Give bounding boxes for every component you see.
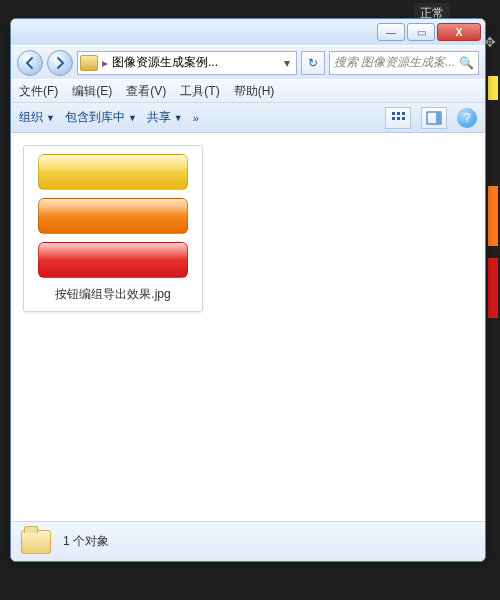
status-count: 1 个对象 [63, 533, 109, 550]
navigation-row: ▸ 图像资源生成案例... ▾ ↻ 搜索 图像资源生成案... 🔍 [11, 45, 485, 79]
explorer-window: — ▭ X ▸ 图像资源生成案例... ▾ ↻ 搜索 图像资源生成案... 🔍 … [10, 18, 486, 562]
share-label: 共享 [147, 109, 171, 126]
svg-rect-1 [436, 112, 441, 124]
close-icon: X [456, 27, 463, 38]
menu-help[interactable]: 帮助(H) [234, 83, 275, 100]
search-input[interactable]: 搜索 图像资源生成案... 🔍 [329, 51, 479, 75]
address-bar[interactable]: ▸ 图像资源生成案例... ▾ [77, 51, 297, 75]
folder-icon [80, 55, 98, 71]
forward-button[interactable] [47, 50, 73, 76]
menu-tools[interactable]: 工具(T) [180, 83, 219, 100]
refresh-button[interactable]: ↻ [301, 51, 325, 75]
minimize-button[interactable]: — [377, 23, 405, 41]
refresh-icon: ↻ [308, 56, 318, 70]
preview-pane-button[interactable] [421, 107, 447, 129]
thumb-row-red [38, 242, 188, 278]
search-placeholder: 搜索 图像资源生成案... [334, 54, 455, 71]
status-bar: 1 个对象 [11, 521, 485, 561]
chevron-down-icon: ▼ [46, 113, 55, 123]
breadcrumb-separator-icon: ▸ [102, 56, 108, 70]
file-name: 按钮编组导出效果.jpg [55, 286, 170, 303]
menu-file[interactable]: 文件(F) [19, 83, 58, 100]
organize-button[interactable]: 组织 ▼ [19, 109, 55, 126]
backdrop-swatch-yellow [488, 76, 498, 100]
help-icon: ? [464, 111, 471, 125]
search-icon: 🔍 [459, 56, 474, 70]
share-button[interactable]: 共享 ▼ [147, 109, 183, 126]
arrow-right-icon [53, 56, 67, 70]
backdrop-swatch-red [488, 258, 498, 318]
command-bar: 组织 ▼ 包含到库中 ▼ 共享 ▼ » ? [11, 103, 485, 133]
overflow-button[interactable]: » [193, 112, 199, 124]
list-item[interactable]: 按钮编组导出效果.jpg [23, 145, 203, 312]
pane-icon [426, 111, 442, 125]
organize-label: 组织 [19, 109, 43, 126]
menu-bar: 文件(F) 编辑(E) 查看(V) 工具(T) 帮助(H) [11, 79, 485, 103]
chevron-down-icon: ▼ [128, 113, 137, 123]
window-titlebar: — ▭ X [11, 19, 485, 45]
chevron-down-icon: ▼ [174, 113, 183, 123]
chevron-down-icon[interactable]: ▾ [280, 56, 294, 70]
menu-view[interactable]: 查看(V) [126, 83, 166, 100]
backdrop-swatch-orange [488, 186, 498, 246]
menu-edit[interactable]: 编辑(E) [72, 83, 112, 100]
close-button[interactable]: X [437, 23, 481, 41]
back-button[interactable] [17, 50, 43, 76]
folder-icon [21, 530, 51, 554]
minimize-icon: — [386, 27, 396, 38]
include-label: 包含到库中 [65, 109, 125, 126]
help-button[interactable]: ? [457, 108, 477, 128]
arrow-left-icon [23, 56, 37, 70]
thumb-row-orange [38, 198, 188, 234]
view-thumbnails-button[interactable] [385, 107, 411, 129]
maximize-button[interactable]: ▭ [407, 23, 435, 41]
include-button[interactable]: 包含到库中 ▼ [65, 109, 137, 126]
breadcrumb-path: 图像资源生成案例... [112, 54, 276, 71]
thumb-row-yellow [38, 154, 188, 190]
maximize-icon: ▭ [417, 27, 426, 38]
file-list[interactable]: 按钮编组导出效果.jpg [11, 133, 485, 521]
